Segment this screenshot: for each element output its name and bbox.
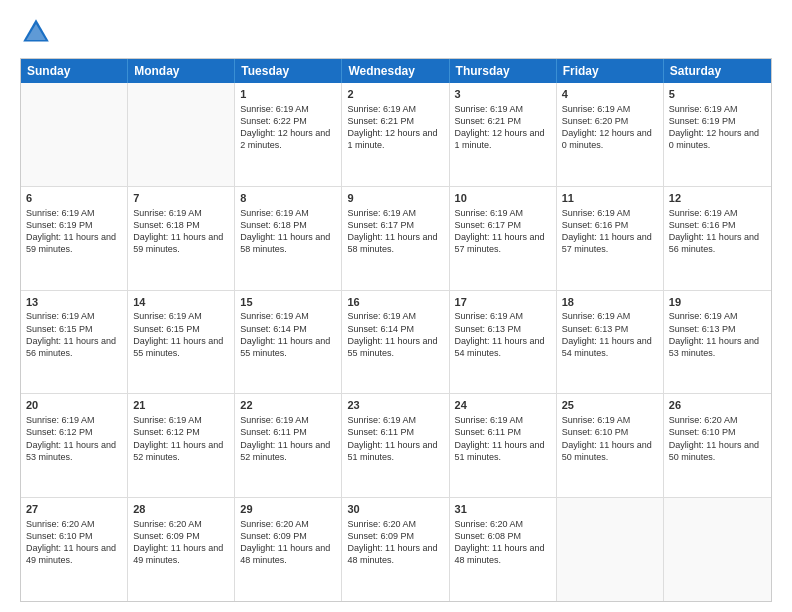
weekday-header: Wednesday [342,59,449,83]
day-number: 19 [669,295,766,310]
day-number: 26 [669,398,766,413]
day-cell: 23Sunrise: 6:19 AMSunset: 6:11 PMDayligh… [342,394,449,497]
day-cell: 26Sunrise: 6:20 AMSunset: 6:10 PMDayligh… [664,394,771,497]
day-info: Sunrise: 6:20 AMSunset: 6:08 PMDaylight:… [455,518,551,567]
day-cell: 10Sunrise: 6:19 AMSunset: 6:17 PMDayligh… [450,187,557,290]
day-cell: 9Sunrise: 6:19 AMSunset: 6:17 PMDaylight… [342,187,449,290]
day-info: Sunrise: 6:19 AMSunset: 6:16 PMDaylight:… [669,207,766,256]
day-number: 30 [347,502,443,517]
day-info: Sunrise: 6:19 AMSunset: 6:19 PMDaylight:… [669,103,766,152]
day-number: 21 [133,398,229,413]
weekday-header: Monday [128,59,235,83]
day-cell: 11Sunrise: 6:19 AMSunset: 6:16 PMDayligh… [557,187,664,290]
weekday-header: Saturday [664,59,771,83]
day-cell: 18Sunrise: 6:19 AMSunset: 6:13 PMDayligh… [557,291,664,394]
calendar-row: 6Sunrise: 6:19 AMSunset: 6:19 PMDaylight… [21,186,771,290]
calendar-row: 20Sunrise: 6:19 AMSunset: 6:12 PMDayligh… [21,393,771,497]
day-number: 16 [347,295,443,310]
day-cell: 19Sunrise: 6:19 AMSunset: 6:13 PMDayligh… [664,291,771,394]
weekday-header: Sunday [21,59,128,83]
day-info: Sunrise: 6:19 AMSunset: 6:12 PMDaylight:… [26,414,122,463]
day-cell: 17Sunrise: 6:19 AMSunset: 6:13 PMDayligh… [450,291,557,394]
day-info: Sunrise: 6:19 AMSunset: 6:12 PMDaylight:… [133,414,229,463]
empty-cell [128,83,235,186]
weekday-header: Tuesday [235,59,342,83]
day-number: 31 [455,502,551,517]
calendar-header: SundayMondayTuesdayWednesdayThursdayFrid… [21,59,771,83]
day-cell: 25Sunrise: 6:19 AMSunset: 6:10 PMDayligh… [557,394,664,497]
day-cell: 27Sunrise: 6:20 AMSunset: 6:10 PMDayligh… [21,498,128,601]
day-cell: 4Sunrise: 6:19 AMSunset: 6:20 PMDaylight… [557,83,664,186]
day-info: Sunrise: 6:19 AMSunset: 6:22 PMDaylight:… [240,103,336,152]
day-info: Sunrise: 6:19 AMSunset: 6:17 PMDaylight:… [347,207,443,256]
day-info: Sunrise: 6:19 AMSunset: 6:14 PMDaylight:… [347,310,443,359]
day-cell: 5Sunrise: 6:19 AMSunset: 6:19 PMDaylight… [664,83,771,186]
day-info: Sunrise: 6:19 AMSunset: 6:13 PMDaylight:… [669,310,766,359]
day-number: 24 [455,398,551,413]
day-cell: 6Sunrise: 6:19 AMSunset: 6:19 PMDaylight… [21,187,128,290]
day-cell: 24Sunrise: 6:19 AMSunset: 6:11 PMDayligh… [450,394,557,497]
day-number: 1 [240,87,336,102]
day-info: Sunrise: 6:19 AMSunset: 6:18 PMDaylight:… [240,207,336,256]
day-info: Sunrise: 6:19 AMSunset: 6:14 PMDaylight:… [240,310,336,359]
day-info: Sunrise: 6:19 AMSunset: 6:16 PMDaylight:… [562,207,658,256]
day-info: Sunrise: 6:20 AMSunset: 6:10 PMDaylight:… [669,414,766,463]
day-info: Sunrise: 6:19 AMSunset: 6:20 PMDaylight:… [562,103,658,152]
day-number: 18 [562,295,658,310]
day-cell: 8Sunrise: 6:19 AMSunset: 6:18 PMDaylight… [235,187,342,290]
day-number: 10 [455,191,551,206]
day-number: 27 [26,502,122,517]
day-info: Sunrise: 6:19 AMSunset: 6:15 PMDaylight:… [26,310,122,359]
day-info: Sunrise: 6:19 AMSunset: 6:11 PMDaylight:… [347,414,443,463]
day-cell: 21Sunrise: 6:19 AMSunset: 6:12 PMDayligh… [128,394,235,497]
header [20,16,772,48]
day-info: Sunrise: 6:19 AMSunset: 6:13 PMDaylight:… [455,310,551,359]
calendar-row: 13Sunrise: 6:19 AMSunset: 6:15 PMDayligh… [21,290,771,394]
day-number: 8 [240,191,336,206]
day-number: 22 [240,398,336,413]
calendar-row: 1Sunrise: 6:19 AMSunset: 6:22 PMDaylight… [21,83,771,186]
weekday-header: Friday [557,59,664,83]
day-cell: 28Sunrise: 6:20 AMSunset: 6:09 PMDayligh… [128,498,235,601]
day-number: 7 [133,191,229,206]
weekday-header: Thursday [450,59,557,83]
day-number: 17 [455,295,551,310]
day-info: Sunrise: 6:19 AMSunset: 6:10 PMDaylight:… [562,414,658,463]
day-number: 12 [669,191,766,206]
calendar: SundayMondayTuesdayWednesdayThursdayFrid… [20,58,772,602]
day-cell: 20Sunrise: 6:19 AMSunset: 6:12 PMDayligh… [21,394,128,497]
day-info: Sunrise: 6:20 AMSunset: 6:09 PMDaylight:… [347,518,443,567]
day-cell: 7Sunrise: 6:19 AMSunset: 6:18 PMDaylight… [128,187,235,290]
day-number: 28 [133,502,229,517]
day-number: 9 [347,191,443,206]
day-cell: 1Sunrise: 6:19 AMSunset: 6:22 PMDaylight… [235,83,342,186]
logo-icon [20,16,52,48]
day-number: 2 [347,87,443,102]
day-cell: 2Sunrise: 6:19 AMSunset: 6:21 PMDaylight… [342,83,449,186]
empty-cell [21,83,128,186]
day-cell: 29Sunrise: 6:20 AMSunset: 6:09 PMDayligh… [235,498,342,601]
day-info: Sunrise: 6:20 AMSunset: 6:10 PMDaylight:… [26,518,122,567]
day-number: 14 [133,295,229,310]
day-number: 5 [669,87,766,102]
day-info: Sunrise: 6:19 AMSunset: 6:13 PMDaylight:… [562,310,658,359]
day-info: Sunrise: 6:19 AMSunset: 6:19 PMDaylight:… [26,207,122,256]
logo [20,16,56,48]
day-info: Sunrise: 6:19 AMSunset: 6:15 PMDaylight:… [133,310,229,359]
calendar-row: 27Sunrise: 6:20 AMSunset: 6:10 PMDayligh… [21,497,771,601]
day-info: Sunrise: 6:19 AMSunset: 6:17 PMDaylight:… [455,207,551,256]
day-cell: 3Sunrise: 6:19 AMSunset: 6:21 PMDaylight… [450,83,557,186]
day-cell: 31Sunrise: 6:20 AMSunset: 6:08 PMDayligh… [450,498,557,601]
day-number: 25 [562,398,658,413]
day-info: Sunrise: 6:19 AMSunset: 6:21 PMDaylight:… [455,103,551,152]
day-cell: 30Sunrise: 6:20 AMSunset: 6:09 PMDayligh… [342,498,449,601]
day-number: 6 [26,191,122,206]
day-info: Sunrise: 6:19 AMSunset: 6:11 PMDaylight:… [455,414,551,463]
day-info: Sunrise: 6:20 AMSunset: 6:09 PMDaylight:… [133,518,229,567]
day-info: Sunrise: 6:20 AMSunset: 6:09 PMDaylight:… [240,518,336,567]
day-number: 4 [562,87,658,102]
day-cell: 22Sunrise: 6:19 AMSunset: 6:11 PMDayligh… [235,394,342,497]
day-cell: 14Sunrise: 6:19 AMSunset: 6:15 PMDayligh… [128,291,235,394]
day-cell: 12Sunrise: 6:19 AMSunset: 6:16 PMDayligh… [664,187,771,290]
day-number: 15 [240,295,336,310]
